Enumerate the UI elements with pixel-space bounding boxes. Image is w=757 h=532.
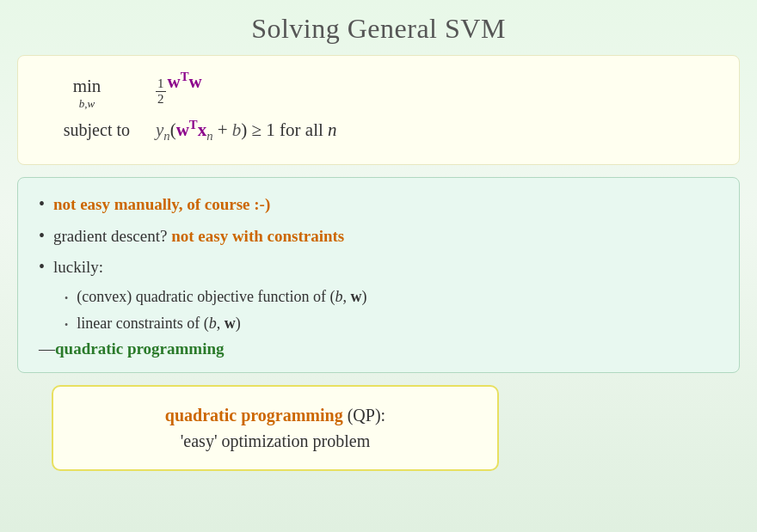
sub-2-text: linear constraints of (b, w) bbox=[77, 313, 240, 334]
page-title: Solving General SVM bbox=[251, 13, 506, 45]
bullet-2-prefix: gradient descent? bbox=[53, 225, 167, 248]
qp-box-wrapper: quadratic programming (QP): 'easy' optim… bbox=[17, 385, 740, 471]
bullet-item-2: • gradient descent? not easy with constr… bbox=[39, 223, 718, 248]
sub-dot-2: • bbox=[65, 318, 68, 333]
min-row: min b,w 1 2 wTw bbox=[44, 70, 713, 111]
sub-dot-1: • bbox=[65, 291, 68, 306]
qp-line-1: quadratic programming (QP): bbox=[165, 402, 385, 428]
min-subscript: b,w bbox=[79, 97, 95, 111]
constraint-formula: yn(wTxn + b) ≥ 1 for all n bbox=[156, 118, 337, 144]
bullet-item-1: • not easy manually, of course :-) bbox=[39, 192, 718, 217]
bullet-item-3: • luckily: bbox=[39, 254, 718, 279]
bullet-box: • not easy manually, of course :-) • gra… bbox=[17, 177, 740, 373]
w-transpose: wTw bbox=[168, 70, 202, 93]
subject-to-label: subject to bbox=[44, 120, 156, 140]
sub-bullet-1: • (convex) quadratic objective function … bbox=[39, 286, 718, 308]
bullet-2-highlight: not easy with constraints bbox=[171, 225, 344, 248]
em-dash: — bbox=[39, 339, 55, 358]
sub-bullet-2: • linear constraints of (b, w) bbox=[39, 313, 718, 334]
objective-formula: 1 2 wTw bbox=[156, 70, 202, 106]
formula-box: min b,w 1 2 wTw subject to yn(wTxn + b) … bbox=[17, 55, 740, 165]
fraction-half: 1 2 bbox=[156, 76, 166, 106]
qp-highlight: quadratic programming bbox=[165, 406, 343, 425]
conclusion-line: —quadratic programming bbox=[39, 339, 718, 358]
qp-box: quadratic programming (QP): 'easy' optim… bbox=[52, 385, 499, 471]
conclusion-highlight: quadratic programming bbox=[55, 339, 225, 358]
bullet-dot-1: • bbox=[39, 192, 45, 216]
min-text: min bbox=[73, 76, 102, 97]
bullet-3-text: luckily: bbox=[53, 256, 103, 279]
subject-to-row: subject to yn(wTxn + b) ≥ 1 for all n bbox=[44, 118, 713, 144]
sub-1-text: (convex) quadratic objective function of… bbox=[77, 286, 366, 308]
qp-box-inner: quadratic programming (QP): 'easy' optim… bbox=[84, 402, 466, 454]
qp-rest: (QP): bbox=[343, 406, 385, 425]
qp-line-2-text: 'easy' optimization problem bbox=[181, 431, 371, 450]
min-label-cell: min b,w bbox=[44, 76, 156, 111]
bullet-dot-3: • bbox=[39, 254, 45, 278]
bullet-1-text: not easy manually, of course :-) bbox=[53, 193, 270, 217]
qp-line-2: 'easy' optimization problem bbox=[181, 428, 371, 454]
bullet-dot-2: • bbox=[39, 223, 45, 248]
